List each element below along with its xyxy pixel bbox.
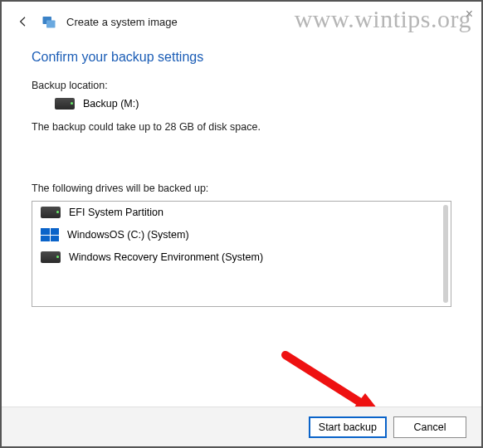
content-area: Confirm your backup settings Backup loca… xyxy=(2,38,481,307)
dialog-footer: Start backup Cancel xyxy=(2,407,481,446)
backup-location-row: Backup (M:) xyxy=(32,98,451,110)
drives-label: The following drives will be backed up: xyxy=(32,183,451,194)
drive-name: EFI System Partition xyxy=(69,207,163,218)
backup-location-value: Backup (M:) xyxy=(83,98,139,110)
backup-location-label: Backup location: xyxy=(32,80,451,91)
page-heading: Confirm your backup settings xyxy=(32,50,451,65)
cancel-button[interactable]: Cancel xyxy=(393,416,466,438)
system-image-icon xyxy=(41,14,56,29)
size-estimate: The backup could take up to 28 GB of dis… xyxy=(32,121,451,133)
scrollbar[interactable] xyxy=(443,205,448,303)
dialog-window: www.wintips.org × Create a system image … xyxy=(0,0,483,448)
list-item[interactable]: EFI System Partition xyxy=(32,202,439,223)
drive-name: WindowsOS (C:) (System) xyxy=(67,229,189,241)
list-item[interactable]: Windows Recovery Environment (System) xyxy=(32,246,439,268)
titlebar: Create a system image xyxy=(2,2,481,38)
list-item[interactable]: WindowsOS (C:) (System) xyxy=(32,223,439,246)
hard-drive-icon xyxy=(55,98,75,110)
svg-rect-1 xyxy=(46,21,56,28)
back-button[interactable] xyxy=(15,13,32,30)
drives-listbox-inner: EFI System Partition WindowsOS (C:) (Sys… xyxy=(32,202,439,306)
arrow-left-icon xyxy=(17,15,30,28)
drive-name: Windows Recovery Environment (System) xyxy=(69,251,263,263)
hard-drive-icon xyxy=(41,207,61,218)
close-icon[interactable]: × xyxy=(466,7,473,22)
windows-logo-icon xyxy=(41,228,59,241)
window-title: Create a system image xyxy=(66,16,178,28)
drives-listbox: EFI System Partition WindowsOS (C:) (Sys… xyxy=(32,201,451,307)
hard-drive-icon xyxy=(41,251,61,263)
start-backup-button[interactable]: Start backup xyxy=(309,416,387,438)
